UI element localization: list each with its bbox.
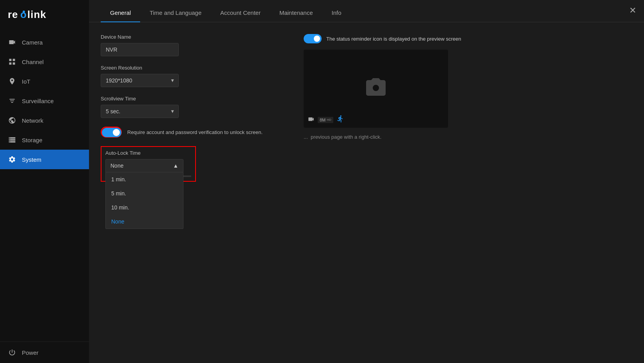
- sidebar-nav: Camera Channel IoT Surveillance: [0, 32, 89, 342]
- left-panel: Device Name Screen Resolution 1920*1080 …: [101, 34, 288, 351]
- channel-icon: [8, 57, 16, 66]
- power-button[interactable]: Power: [8, 348, 81, 357]
- logo: re o link: [0, 0, 89, 32]
- status-toggle[interactable]: [304, 34, 322, 43]
- preview-area: 8M HD: [304, 50, 448, 128]
- screen-resolution-select[interactable]: 1920*1080 1280*720 3840*2160: [101, 74, 179, 87]
- right-panel: The status reminder icon is displayed on…: [304, 34, 632, 351]
- status-toggle-text: The status reminder icon is displayed on…: [326, 36, 461, 42]
- motion-icon: [336, 115, 344, 125]
- hint-text: ... previous page with a right-click.: [304, 134, 632, 140]
- iot-icon: [8, 77, 16, 86]
- autolock-label: Auto-Lock Time: [105, 150, 191, 156]
- scrollview-time-label: Scrollview Time: [101, 96, 288, 102]
- system-icon: [8, 155, 16, 164]
- badge-8m-value: 8M: [320, 118, 326, 122]
- status-toggle-knob: [314, 36, 320, 42]
- storage-icon: [8, 136, 16, 144]
- autolock-section: Auto-Lock Time None ▲ 1 min. 5 min. 10 m…: [101, 146, 196, 182]
- preview-footer: 8M HD: [308, 115, 344, 125]
- network-icon: [8, 116, 16, 125]
- sidebar-bottom: Power: [0, 342, 89, 363]
- preview-cam-icon: [308, 116, 315, 123]
- svg-text:re: re: [8, 9, 18, 20]
- screen-resolution-group: Screen Resolution 1920*1080 1280*720 384…: [101, 65, 288, 87]
- lock-toggle-row: Require account and password verificatio…: [101, 127, 288, 138]
- lock-toggle-knob: [113, 129, 120, 136]
- tab-general[interactable]: General: [101, 4, 140, 22]
- sidebar-label-channel: Channel: [22, 59, 44, 65]
- lock-toggle[interactable]: [102, 128, 121, 137]
- screen-resolution-wrapper: 1920*1080 1280*720 3840*2160 ▼: [101, 74, 179, 87]
- autolock-option-10min[interactable]: 10 min.: [106, 200, 183, 215]
- logo-text: re o link: [8, 7, 59, 24]
- main-content: ✕ General Time and Language Account Cent…: [89, 0, 644, 363]
- close-button[interactable]: ✕: [629, 5, 636, 16]
- sidebar-label-surveillance: Surveillance: [22, 98, 54, 104]
- sidebar-item-surveillance[interactable]: Surveillance: [0, 91, 89, 111]
- lock-toggle-wrapper: [101, 127, 122, 138]
- scrollview-time-wrapper: 5 sec. 10 sec. 15 sec. 30 sec. ▼: [101, 105, 179, 118]
- camera-icon: [8, 38, 16, 46]
- sidebar-label-iot: IoT: [22, 78, 30, 85]
- status-toggle-row: The status reminder icon is displayed on…: [304, 34, 632, 43]
- autolock-dropdown-trigger[interactable]: None ▲: [105, 159, 183, 172]
- autolock-option-1min[interactable]: 1 min.: [106, 172, 183, 186]
- scrollview-time-group: Scrollview Time 5 sec. 10 sec. 15 sec. 3…: [101, 96, 288, 118]
- sidebar-item-iot[interactable]: IoT: [0, 72, 89, 91]
- autolock-option-none[interactable]: None: [106, 215, 183, 229]
- autolock-option-5min[interactable]: 5 min.: [106, 186, 183, 200]
- tab-time-language[interactable]: Time and Language: [140, 4, 211, 22]
- svg-text:link: link: [27, 9, 46, 20]
- preview-camera-icon: [364, 76, 388, 101]
- sidebar-item-storage[interactable]: Storage: [0, 130, 89, 150]
- hint-text-prefix: ...: [304, 134, 309, 140]
- power-icon: [8, 348, 16, 357]
- svg-text:o: o: [20, 9, 27, 20]
- tabs-bar: General Time and Language Account Center…: [89, 0, 644, 22]
- sidebar-item-network[interactable]: Network: [0, 111, 89, 130]
- svg-point-3: [23, 11, 25, 13]
- device-name-label: Device Name: [101, 34, 288, 40]
- autolock-dropdown-arrow: ▲: [173, 163, 178, 169]
- badge-hd-value: HD: [327, 118, 331, 122]
- content-area: Device Name Screen Resolution 1920*1080 …: [89, 22, 644, 363]
- sidebar-label-storage: Storage: [22, 137, 43, 143]
- tab-info[interactable]: Info: [322, 4, 351, 22]
- sidebar: re o link Camera Channel: [0, 0, 89, 363]
- scrollview-time-select[interactable]: 5 sec. 10 sec. 15 sec. 30 sec.: [101, 105, 179, 118]
- preview-badge-8m: 8M HD: [318, 117, 333, 123]
- sidebar-label-system: System: [22, 156, 41, 163]
- screen-resolution-label: Screen Resolution: [101, 65, 288, 71]
- sidebar-label-network: Network: [22, 117, 43, 124]
- sidebar-label-camera: Camera: [22, 39, 43, 46]
- tab-account-center[interactable]: Account Center: [211, 4, 270, 22]
- device-name-input[interactable]: [101, 43, 179, 56]
- lock-toggle-text: Require account and password verificatio…: [127, 129, 263, 135]
- autolock-selected-value: None: [110, 163, 123, 169]
- sidebar-item-camera[interactable]: Camera: [0, 32, 89, 52]
- sidebar-item-system[interactable]: System: [0, 150, 89, 169]
- autolock-dropdown-menu: 1 min. 5 min. 10 min. None: [105, 172, 183, 229]
- sidebar-item-channel[interactable]: Channel: [0, 52, 89, 72]
- surveillance-icon: [8, 97, 16, 105]
- tab-maintenance[interactable]: Maintenance: [270, 4, 322, 22]
- hint-text-content: previous page with a right-click.: [311, 134, 381, 140]
- power-label: Power: [22, 349, 39, 356]
- device-name-group: Device Name: [101, 34, 288, 56]
- autolock-dropdown: None ▲ 1 min. 5 min. 10 min. None: [105, 159, 183, 172]
